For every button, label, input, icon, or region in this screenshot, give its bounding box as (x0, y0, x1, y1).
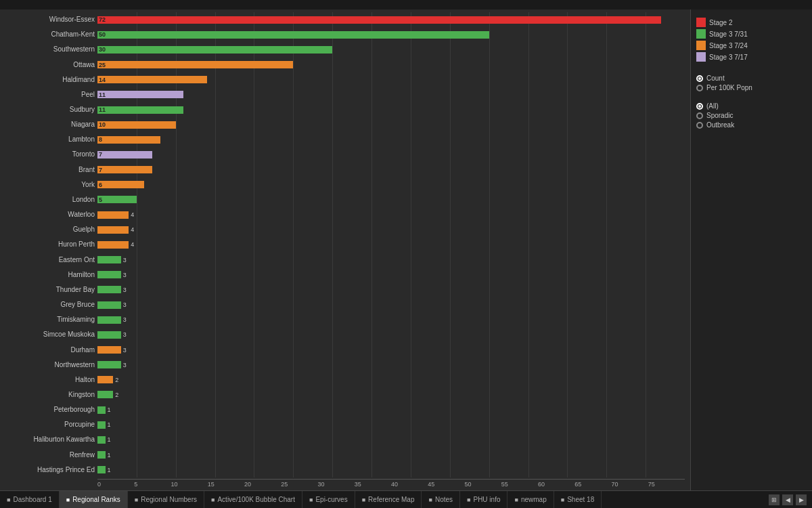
bar-row: 3 (97, 285, 685, 295)
bar-value-label: 10 (99, 121, 106, 128)
x-tick: 70 (612, 480, 648, 488)
bars-area: 725030251411111087765444333333332211111 (97, 12, 685, 478)
tab-icon: ■ (362, 496, 365, 503)
y-label: Toronto (3, 151, 95, 158)
bar[interactable]: 72 (97, 16, 661, 24)
radio-sporadic[interactable]: Sporadic (696, 112, 807, 119)
bar[interactable]: 11 (97, 91, 183, 98)
bar[interactable] (97, 346, 121, 354)
bar[interactable] (97, 241, 129, 249)
y-label: Hastings Prince Ed (3, 467, 95, 473)
y-label: Timiskaming (3, 316, 95, 323)
tab-regional-numbers[interactable]: ■Regional Numbers (128, 491, 204, 508)
setting-section: (All) Sporadic Outbreak (696, 100, 807, 129)
bar[interactable]: 14 (97, 76, 207, 83)
radio-per100k-circle[interactable] (696, 85, 703, 91)
tab-reference-map[interactable]: ■Reference Map (355, 491, 422, 508)
y-label: Haldimand (3, 77, 95, 83)
bar-row: 3 (97, 270, 685, 280)
tab-dashboard-1[interactable]: ■Dashboard 1 (0, 491, 60, 508)
bar[interactable]: 50 (97, 31, 489, 39)
bar[interactable] (97, 331, 121, 339)
bar[interactable] (97, 421, 106, 429)
radio-outbreak-circle[interactable] (696, 122, 703, 129)
radio-sporadic-label: Sporadic (706, 112, 733, 119)
y-label: Peterborough (3, 406, 95, 413)
bar[interactable] (97, 316, 121, 324)
bar-value-label: 5 (99, 196, 102, 203)
radio-all-circle[interactable] (696, 103, 703, 110)
bar[interactable] (97, 391, 113, 398)
bar[interactable] (97, 256, 121, 263)
bar[interactable]: 10 (97, 121, 176, 129)
header (0, 0, 812, 9)
radio-all[interactable]: (All) (696, 102, 807, 110)
bar-row: 5 (97, 195, 685, 205)
tab-icon: ■ (309, 496, 313, 503)
y-label: Northwestern (3, 362, 95, 368)
bar[interactable]: 25 (97, 61, 293, 68)
prev-button[interactable]: ◀ (782, 494, 793, 505)
tab-icon: ■ (514, 496, 518, 503)
x-tick: 35 (355, 480, 391, 488)
setting-radio-group: (All) Sporadic Outbreak (696, 102, 807, 129)
radio-all-label: (All) (706, 102, 719, 110)
x-tick: 75 (648, 480, 685, 488)
bar-row: 2 (97, 375, 685, 385)
bar[interactable] (97, 466, 106, 473)
bar[interactable] (97, 286, 121, 293)
y-label: Simcoe Muskoka (3, 331, 95, 338)
tab-epi-curves[interactable]: ■Epi-curves (302, 491, 355, 508)
grid-button[interactable]: ⊞ (769, 494, 780, 505)
bar[interactable]: 7 (97, 151, 152, 158)
tab-sheet-18[interactable]: ■Sheet 18 (554, 491, 602, 508)
y-label: Halton (3, 377, 95, 383)
y-label: Grey Bruce (3, 301, 95, 308)
reopening-section: Stage 2 Stage 3 7/31 Stage 3 7/24 Stage … (696, 15, 807, 64)
radio-per100k[interactable]: Per 100K Popn (696, 84, 807, 91)
bar[interactable] (97, 406, 106, 414)
bar[interactable]: 8 (97, 136, 160, 144)
tab-label: Dashboard 1 (13, 496, 51, 503)
y-label: Hamilton (3, 272, 95, 278)
legend-item: Stage 3 7/31 (696, 29, 807, 39)
tab-label: Regional Ranks (72, 496, 120, 503)
nav-controls: ⊞ ◀ ▶ (769, 494, 812, 505)
radio-outbreak[interactable]: Outbreak (696, 121, 807, 129)
bar-row: 4 (97, 225, 685, 234)
bar[interactable] (97, 226, 129, 234)
y-label: Windsor-Essex (3, 16, 95, 23)
tab-regional-ranks[interactable]: ■Regional Ranks (60, 491, 128, 508)
tab-phu-info[interactable]: ■PHU info (460, 491, 508, 508)
bar[interactable] (97, 211, 129, 219)
tab-active/100k-bubble-chart[interactable]: ■Active/100K Bubble Chart (204, 491, 302, 508)
next-button[interactable]: ▶ (796, 494, 807, 505)
bar[interactable] (97, 436, 106, 444)
bar-value-label: 7 (99, 167, 102, 173)
bar[interactable] (97, 361, 121, 368)
x-tick: 0 (97, 480, 134, 488)
bar[interactable]: 7 (97, 166, 152, 173)
x-tick: 10 (171, 480, 208, 488)
bar-row: 6 (97, 180, 685, 190)
bar-value-label: 8 (99, 136, 102, 143)
legend-label: Stage 3 7/31 (709, 30, 748, 38)
bar[interactable] (97, 376, 113, 383)
radio-sporadic-circle[interactable] (696, 112, 703, 119)
bar-value-label: 30 (99, 46, 106, 53)
bar[interactable] (97, 301, 121, 309)
bar[interactable]: 5 (97, 196, 137, 203)
bar[interactable] (97, 271, 121, 278)
bar[interactable]: 30 (97, 46, 332, 54)
tab-newmap[interactable]: ■newmap (508, 491, 554, 508)
y-label: Eastern Ont (3, 257, 95, 263)
bar[interactable]: 6 (97, 181, 144, 188)
bar[interactable]: 11 (97, 106, 183, 114)
radio-count[interactable]: Count (696, 75, 807, 82)
tab-notes[interactable]: ■Notes (422, 491, 460, 508)
tab-icon: ■ (66, 496, 70, 503)
bar[interactable] (97, 451, 106, 459)
tab-bar: ■Dashboard 1■Regional Ranks■Regional Num… (0, 490, 812, 508)
y-label: Niagara (3, 121, 95, 128)
radio-count-circle[interactable] (696, 75, 703, 82)
